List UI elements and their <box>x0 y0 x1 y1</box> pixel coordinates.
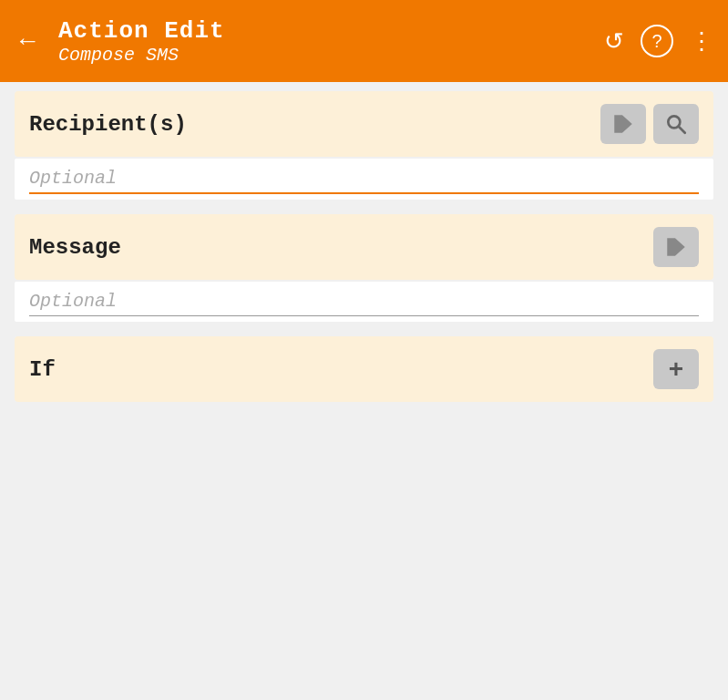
if-section: If + <box>15 336 713 402</box>
page-title: Action Edit <box>58 17 593 45</box>
svg-line-1 <box>679 127 685 133</box>
search-icon <box>664 112 688 136</box>
if-icons: + <box>653 349 699 389</box>
recipient-underline <box>29 192 699 194</box>
header-titles: Action Edit Compose SMS <box>58 17 593 66</box>
page-subtitle: Compose SMS <box>58 45 593 66</box>
tag-icon <box>664 235 688 259</box>
help-icon[interactable]: ? <box>641 25 673 57</box>
recipient-search-button[interactable] <box>653 104 699 144</box>
content-area: Recipient(s) Message <box>0 82 728 700</box>
recipient-section: Recipient(s) <box>15 91 713 157</box>
message-tag-button[interactable] <box>653 227 699 267</box>
more-options-icon[interactable]: ⋮ <box>690 27 713 56</box>
recipient-icons <box>600 104 699 144</box>
header-action-icons: ↺ ? ⋮ <box>604 25 713 57</box>
refresh-icon[interactable]: ↺ <box>604 27 624 56</box>
recipient-input[interactable] <box>29 168 699 189</box>
back-button[interactable]: ← <box>15 26 40 56</box>
if-add-button[interactable]: + <box>653 349 699 389</box>
message-section: Message <box>15 214 713 280</box>
message-input[interactable] <box>29 291 699 312</box>
message-input-row <box>15 282 713 322</box>
header: ← Action Edit Compose SMS ↺ ? ⋮ <box>0 0 728 82</box>
recipient-input-row <box>15 159 713 200</box>
message-underline <box>29 315 699 316</box>
message-label: Message <box>29 235 121 260</box>
recipient-tag-button[interactable] <box>600 104 646 144</box>
if-label: If <box>29 357 56 382</box>
tag-icon <box>611 112 635 136</box>
message-icons <box>653 227 699 267</box>
recipient-label: Recipient(s) <box>29 112 187 137</box>
